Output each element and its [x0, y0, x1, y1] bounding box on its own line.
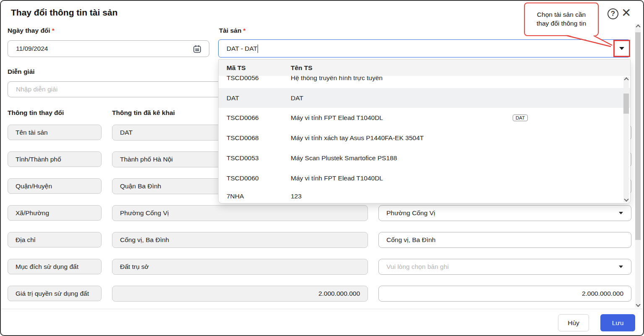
note-label: Diễn giải [8, 68, 35, 76]
row-label-ward: Xã/Phường [8, 205, 102, 221]
footer-divider [2, 309, 642, 309]
dropdown-option[interactable]: 7NHA 123 [219, 188, 630, 203]
declared-ward: Phường Cống Vị [112, 205, 368, 221]
change-asset-info-dialog: Thay đổi thông tin tài sản ? ✕ Ngày thay… [0, 0, 644, 336]
dropdown-option[interactable]: TSCD0060 Máy vi tính FPT Elead T1040DL [219, 168, 630, 188]
asset-type-badge: DAT [513, 115, 528, 121]
change-date-value: 11/09/2024 [16, 45, 48, 52]
scrollbar-thumb[interactable] [635, 32, 641, 240]
scroll-up-icon[interactable] [636, 24, 640, 29]
change-date-label: Ngày thay đổi* [8, 27, 55, 34]
section-changed-info: Thông tin thay đổi [8, 109, 64, 117]
help-icon[interactable]: ? [607, 8, 618, 19]
chevron-down-icon[interactable] [619, 47, 624, 50]
required-asterisk: * [243, 27, 245, 34]
dialog-scrollbar[interactable] [635, 24, 641, 307]
asset-dropdown-panel: Mã TS Tên TS TSCD0056 Hệ thống truyền hì… [218, 59, 631, 203]
callout-line1: Chọn tài sản cần [525, 10, 598, 19]
change-date-input[interactable]: 11/09/2024 [8, 40, 209, 57]
row-label-district: Quận/Huyện [8, 178, 102, 194]
declared-address: Cống vị, Ba Đình [112, 232, 368, 248]
note-placeholder: Nhập diễn giải [16, 86, 57, 93]
asset-label: Tài sản* [219, 27, 245, 34]
row-label-province: Tỉnh/Thành phố [8, 151, 102, 167]
scroll-down-icon[interactable] [636, 302, 640, 307]
dropdown-header: Mã TS Tên TS [219, 60, 630, 76]
row-label-land-use-purpose: Mục đích sử dụng đất [8, 259, 102, 274]
scroll-down-icon[interactable] [624, 197, 628, 201]
chevron-down-icon[interactable] [619, 266, 623, 268]
column-header-name: Tên TS [291, 64, 313, 72]
dropdown-option[interactable]: TSCD0068 Máy vi tính xách tay Asus P1440… [219, 128, 630, 148]
callout-bubble: Chọn tài sản cần thay đổi thông tin [524, 3, 599, 36]
required-asterisk: * [52, 27, 55, 34]
close-icon[interactable]: ✕ [621, 6, 631, 20]
dropdown-option[interactable]: TSCD0053 Máy Scan Plustek Smartofice PS1… [219, 148, 630, 168]
new-land-use-value-input[interactable]: 2.000.000.000 [378, 286, 631, 302]
save-button[interactable]: Lưu [600, 314, 635, 331]
declared-land-use-value: 2.000.000.000 [112, 286, 368, 302]
dropdown-option-selected[interactable]: DAT DAT [219, 88, 630, 108]
declared-land-use-purpose: Đất trụ sở [112, 259, 368, 275]
dialog-title: Thay đổi thông tin tài sản [11, 8, 117, 18]
row-label-address: Địa chỉ [8, 232, 102, 247]
asset-dropdown-arrow-highlight[interactable] [613, 40, 630, 57]
scroll-up-icon[interactable] [624, 77, 628, 82]
calendar-icon[interactable] [192, 44, 202, 56]
dropdown-option[interactable]: TSCD0066 Máy vi tính FPT Elead T1040DL D… [219, 108, 630, 128]
cancel-button[interactable]: Hủy [558, 314, 589, 331]
asset-combobox-input[interactable]: DAT - DAT [218, 39, 630, 57]
asset-combobox-value: DAT - DAT [227, 45, 257, 52]
column-header-code: Mã TS [219, 64, 291, 72]
new-address-input[interactable]: Cống vị, Ba Đình [378, 232, 631, 248]
land-use-placeholder: Vui lòng chọn bản ghi [386, 263, 449, 271]
dropdown-scrollbar[interactable] [623, 77, 629, 202]
row-label-land-use-value: Giá trị quyền sử dụng đất [8, 286, 102, 301]
new-ward-select[interactable]: Phường Cống Vị [378, 205, 631, 221]
callout-line2: thay đổi thông tin [525, 19, 598, 28]
text-cursor [258, 44, 258, 53]
row-label-asset-name: Tên tài sản [8, 125, 102, 140]
dropdown-option[interactable]: TSCD0056 Hệ thống truyền hình trực tuyến [219, 76, 630, 88]
scrollbar-thumb[interactable] [623, 94, 629, 114]
section-declared-info: Thông tin đã kê khai [112, 109, 175, 117]
new-land-use-purpose-select[interactable]: Vui lòng chọn bản ghi [378, 259, 631, 275]
chevron-down-icon[interactable] [619, 212, 623, 214]
